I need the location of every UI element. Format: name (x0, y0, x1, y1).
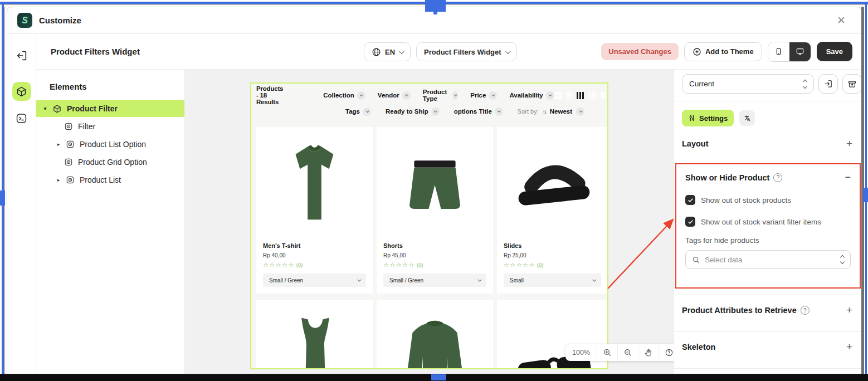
elements-tab-icon[interactable] (12, 82, 31, 101)
filter-ready-to-ship[interactable]: Ready to Ship (386, 108, 440, 116)
chevron-down-icon (431, 108, 440, 116)
four-col-view-icon[interactable] (589, 92, 596, 99)
filter-tags[interactable]: Tags (345, 108, 371, 116)
tree-item-filter[interactable]: Filter (36, 118, 184, 135)
add-to-theme-button[interactable]: Add to Theme (684, 42, 762, 61)
component-icon (64, 158, 73, 167)
product-name: Slides (504, 242, 601, 249)
desktop-preview-icon[interactable] (789, 42, 811, 61)
star-icons: ☆☆☆☆☆ (504, 261, 535, 268)
save-button[interactable]: Save (817, 42, 852, 61)
selection-handle-bottom[interactable] (431, 374, 446, 380)
archive-upload-icon[interactable] (842, 74, 861, 94)
expand-plus-icon[interactable]: + (846, 138, 852, 150)
page-title: Product Filters Widget (51, 47, 140, 56)
console-tab-icon[interactable] (12, 109, 31, 128)
exit-icon[interactable] (16, 50, 28, 64)
language-value: EN (385, 48, 395, 56)
tree-item-product-filter[interactable]: ▾ Product Filter (36, 100, 184, 117)
section-layout: Layout (682, 139, 709, 148)
state-select[interactable]: Current (682, 74, 814, 94)
collapse-minus-icon[interactable]: − (845, 172, 851, 183)
zoom-in-icon[interactable] (597, 344, 617, 361)
variant-select[interactable]: Small / Green (263, 273, 366, 287)
zoom-toolbar: 100% (565, 344, 674, 361)
state-select-value: Current (689, 80, 714, 88)
filter-options-title[interactable]: options Title (454, 108, 503, 116)
caret-right-icon[interactable]: ▸ (56, 177, 61, 183)
two-col-view-icon[interactable] (567, 92, 572, 99)
language-selector[interactable]: EN (364, 42, 411, 61)
list-view-icon[interactable] (554, 92, 562, 99)
variant-select[interactable]: Small / Green (383, 273, 486, 287)
checkbox-checked-icon[interactable] (685, 217, 695, 227)
chevron-down-icon (505, 48, 511, 54)
checkbox-label: Show out of stock variant filter items (701, 218, 821, 226)
tree-item-product-grid-option[interactable]: Product Grid Option (36, 154, 184, 170)
checkbox-row[interactable]: Show out of stock products (685, 195, 851, 205)
tree-item-product-list[interactable]: ▸ Product List (36, 172, 184, 188)
close-icon[interactable]: ✕ (831, 12, 851, 29)
modal-title: Customize (39, 16, 81, 25)
five-col-view-icon[interactable] (601, 92, 608, 99)
checkbox-checked-icon[interactable] (685, 195, 695, 205)
filter-price[interactable]: Price (470, 91, 497, 100)
selection-handle-left[interactable] (0, 190, 5, 206)
product-image-tshirt (263, 127, 366, 240)
three-col-view-icon[interactable] (577, 92, 584, 99)
selection-handle-right[interactable] (863, 188, 868, 202)
selection-handle-top[interactable] (425, 0, 446, 12)
chevron-down-icon (402, 91, 411, 100)
plus-circle-icon (693, 47, 701, 56)
section-show-hide-title: Show or Hide Product (685, 173, 769, 182)
tab-translate-icon[interactable] (739, 110, 755, 126)
cube-icon (52, 104, 62, 114)
chevron-down-icon (357, 91, 365, 100)
unsaved-changes-badge: Unsaved Changes (601, 43, 679, 60)
chevron-down-icon (592, 277, 596, 281)
left-rail (7, 34, 36, 374)
help-icon[interactable]: ? (773, 173, 782, 182)
help-icon[interactable]: ? (801, 306, 810, 315)
checkbox-row[interactable]: Show out of stock variant filter items (685, 217, 851, 227)
expand-plus-icon[interactable]: + (846, 304, 852, 316)
filter-vendor[interactable]: Vendor (378, 91, 411, 100)
tree-item-label: Product Grid Option (78, 158, 147, 167)
filter-product-type[interactable]: Product Type (423, 89, 458, 102)
product-image-tank-top (263, 300, 366, 369)
product-card[interactable]: Shorts Rp 45,00 ☆☆☆☆☆(0) Small / Green (377, 127, 493, 294)
results-count: Products - 18 Results (256, 85, 283, 105)
mobile-preview-icon[interactable] (768, 42, 789, 61)
product-image-slides (504, 127, 601, 240)
screenshot-stage: S Customize ✕ Product Filters Wid (0, 0, 868, 381)
tags-select[interactable]: Select data (685, 250, 851, 269)
caret-down-icon[interactable]: ▾ (43, 106, 47, 111)
chevron-down-icon (489, 91, 497, 100)
filter-collection[interactable]: Collection (323, 91, 365, 100)
preview-canvas: Products - 18 Results Collection Vendor … (184, 70, 674, 374)
pan-hand-icon[interactable] (638, 344, 659, 361)
variant-select[interactable]: Small (504, 273, 601, 287)
product-card[interactable] (377, 300, 493, 369)
import-icon[interactable] (818, 74, 838, 94)
product-price: Rp 40,00 (263, 252, 366, 258)
zoom-out-icon[interactable] (617, 344, 638, 361)
caret-right-icon[interactable]: ▸ (56, 141, 61, 147)
widget-selector[interactable]: Product Filters Widget (416, 42, 517, 61)
tree-item-product-list-option[interactable]: ▸ Product List Option (36, 136, 184, 153)
product-card[interactable] (256, 300, 373, 369)
tab-settings[interactable]: Settings (682, 110, 734, 126)
expand-plus-icon[interactable]: + (846, 341, 852, 353)
product-card[interactable]: Men's T-shirt Rp 40,00 ☆☆☆☆☆(0) Small / … (256, 127, 373, 294)
chevron-down-icon (452, 91, 458, 100)
product-card[interactable]: Slides Rp 25,00 ☆☆☆☆☆(0) Small (497, 127, 608, 294)
customize-modal: S Customize ✕ Product Filters Wid (7, 7, 862, 374)
search-icon (692, 256, 700, 264)
sort-control[interactable]: Sort by: ↑↓ Newest (518, 108, 584, 116)
help-icon[interactable] (659, 344, 674, 361)
component-icon (64, 122, 73, 131)
app-logo-icon: S (17, 13, 32, 28)
tree-item-label: Filter (78, 122, 95, 131)
product-filters-widget-preview[interactable]: Products - 18 Results Collection Vendor … (250, 82, 608, 369)
filter-availability[interactable]: Availability (509, 91, 554, 100)
